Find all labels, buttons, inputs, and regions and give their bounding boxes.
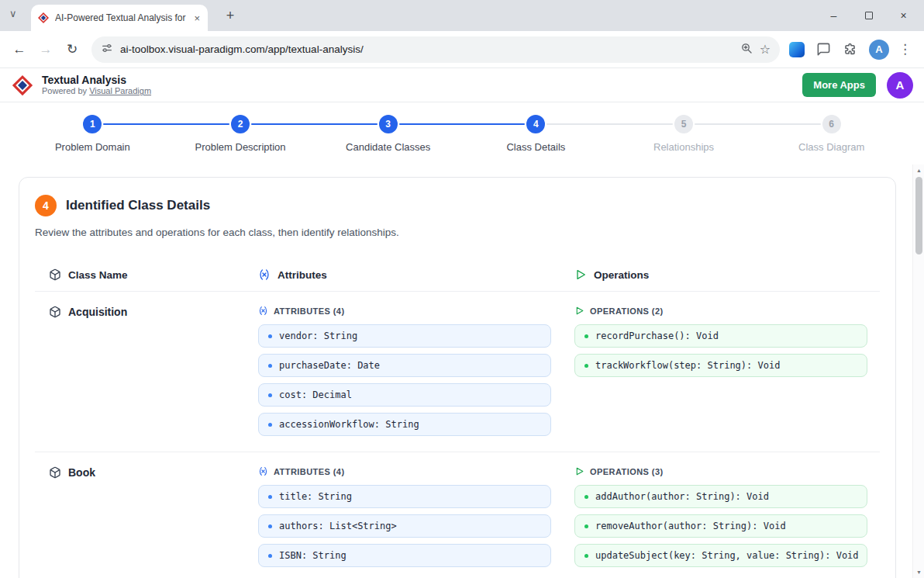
app-titles: Textual Analysis Powered by Visual Parad… (42, 74, 151, 97)
attribute-text: title: String (279, 491, 352, 502)
attribute-pill[interactable]: accessionWorkflow: String (258, 413, 551, 436)
column-class-name: Class Name (68, 269, 128, 281)
scrollbar-thumb[interactable] (915, 177, 922, 254)
operation-pill[interactable]: removeAuthor(author: String): Void (574, 514, 867, 538)
attribute-text: authors: List<String> (279, 521, 397, 531)
operation-text: updateSubject(key: String, value: String… (595, 550, 859, 561)
wizard-stepper: 1 Problem Domain 2 Problem Description 3… (0, 102, 924, 164)
operation-pill[interactable]: updateSubject(key: String, value: String… (574, 544, 867, 567)
chat-extension-icon[interactable] (816, 42, 831, 57)
forward-button[interactable]: → (33, 36, 59, 63)
attribute-pill[interactable]: cost: Decimal (258, 383, 551, 407)
class-box-icon (49, 466, 61, 479)
bullet-icon (268, 364, 272, 368)
powered-by-prefix: Powered by (42, 86, 87, 95)
attribute-pill[interactable]: authors: List<String> (258, 514, 551, 538)
operation-pill[interactable]: addAuthor(author: String): Void (574, 485, 867, 508)
page-content: 4 Identified Class Details Review the at… (0, 164, 924, 578)
address-bar[interactable]: ai-toolbox.visual-paradigm.com/app/textu… (91, 36, 780, 63)
app-title: Textual Analysis (42, 74, 151, 87)
class-row-acquisition: Acquisition ATTRIBUTES (4) vendor: Strin… (35, 292, 880, 452)
step-label: Class Diagram (798, 141, 864, 153)
class-name-cell: Book (49, 466, 258, 479)
class-name: Book (68, 466, 95, 479)
bullet-icon (268, 495, 272, 499)
operations-cell: OPERATIONS (2) recordPurchase(): Void tr… (574, 306, 872, 436)
extensions-puzzle-icon[interactable] (843, 42, 857, 57)
class-name: Acquisition (68, 306, 127, 318)
scroll-down-icon[interactable]: ▼ (913, 569, 924, 575)
maximize-icon (865, 12, 873, 19)
visual-paradigm-favicon-icon (37, 12, 50, 24)
operation-text: removeAuthor(author: String): Void (595, 521, 786, 531)
attribute-pill[interactable]: vendor: String (258, 324, 551, 348)
bullet-icon (584, 495, 588, 499)
step-number: 3 (379, 115, 398, 133)
close-window-button[interactable]: × (886, 0, 921, 31)
attribute-text: ISBN: String (279, 550, 346, 561)
column-attributes: Attributes (278, 269, 327, 281)
page-scrollbar[interactable]: ▲ ▼ (912, 164, 924, 578)
bookmark-star-icon[interactable]: ☆ (760, 42, 771, 57)
back-button[interactable]: ← (6, 36, 33, 63)
window-controls: – × (816, 0, 921, 31)
operation-text: trackWorkflow(step: String): Void (595, 360, 780, 371)
step-label: Relationships (653, 141, 714, 153)
attribute-pill[interactable]: ISBN: String (258, 544, 551, 567)
operation-text: addAuthor(author: String): Void (595, 491, 769, 502)
bullet-icon (268, 423, 272, 427)
operations-count-label: OPERATIONS (3) (590, 467, 664, 476)
operations-count-label: OPERATIONS (2) (590, 306, 664, 316)
powered-by: Powered by Visual Paradigm (42, 86, 151, 96)
class-box-icon (49, 306, 61, 318)
step-number: 6 (822, 115, 841, 133)
attributes-count-label: ATTRIBUTES (4) (274, 306, 345, 316)
step-relationships[interactable]: 5 Relationships (610, 115, 758, 153)
class-box-icon (49, 268, 61, 281)
browser-toolbar: ← → ↻ ai-toolbox.visual-paradigm.com/app… (0, 31, 924, 68)
tab-close-icon[interactable]: × (192, 12, 202, 24)
url-text[interactable]: ai-toolbox.visual-paradigm.com/app/textu… (120, 43, 733, 55)
copilot-extension-icon[interactable] (789, 42, 805, 57)
bullet-icon (584, 554, 588, 558)
attributes-count-label: ATTRIBUTES (4) (274, 467, 345, 476)
step-label: Problem Domain (55, 141, 130, 153)
visual-paradigm-link[interactable]: Visual Paradigm (89, 86, 151, 95)
user-avatar[interactable]: A (887, 72, 913, 99)
class-row-book: Book ATTRIBUTES (4) title: String author… (35, 452, 880, 578)
operation-pill[interactable]: recordPurchase(): Void (574, 324, 867, 348)
site-settings-icon[interactable] (101, 42, 113, 57)
new-tab-button[interactable]: + (220, 5, 240, 26)
step-problem-description[interactable]: 2 Problem Description (167, 115, 315, 153)
visual-paradigm-logo-icon (11, 74, 34, 97)
step-badge: 4 (35, 195, 57, 216)
step-problem-domain[interactable]: 1 Problem Domain (19, 115, 167, 153)
operation-pill[interactable]: trackWorkflow(step: String): Void (574, 354, 867, 377)
tab-strip: ∨ AI-Powered Textual Analysis for × + – … (0, 0, 924, 31)
tab-search-chevron-icon[interactable]: ∨ (9, 8, 17, 19)
step-label: Class Details (506, 141, 565, 153)
scroll-up-icon[interactable]: ▲ (913, 168, 924, 173)
browser-tab[interactable]: AI-Powered Textual Analysis for × (31, 5, 208, 31)
attribute-text: purchaseDate: Date (279, 360, 380, 371)
bullet-icon (584, 334, 588, 338)
step-candidate-classes[interactable]: 3 Candidate Classes (314, 115, 462, 153)
extensions-area: A (789, 40, 889, 60)
more-apps-button[interactable]: More Apps (802, 73, 876, 97)
attribute-pill[interactable]: purchaseDate: Date (258, 354, 551, 377)
browser-menu-icon[interactable]: ⋮ (897, 41, 918, 57)
table-header-row: Class Name Attributes Operations (35, 258, 880, 292)
zoom-icon[interactable] (740, 42, 753, 57)
step-class-details[interactable]: 4 Class Details (462, 115, 610, 153)
step-number: 1 (83, 115, 102, 133)
maximize-button[interactable] (851, 0, 886, 31)
minimize-button[interactable]: – (816, 0, 851, 31)
attribute-pill[interactable]: title: String (258, 485, 551, 508)
step-class-diagram[interactable]: 6 Class Diagram (757, 115, 905, 153)
operations-play-icon (574, 466, 584, 476)
browser-profile-avatar[interactable]: A (869, 40, 889, 60)
bullet-icon (268, 393, 272, 397)
attributes-variable-icon (258, 306, 268, 316)
reload-button[interactable]: ↻ (59, 36, 85, 63)
attributes-cell: ATTRIBUTES (4) vendor: String purchaseDa… (258, 306, 574, 436)
